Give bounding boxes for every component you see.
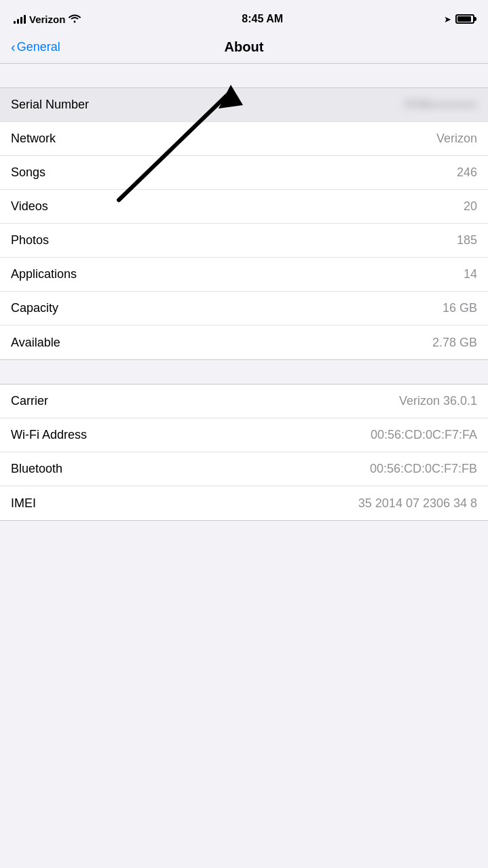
chevron-left-icon: ‹ xyxy=(11,39,16,55)
page-title: About xyxy=(225,39,264,55)
signal-icon xyxy=(14,14,26,24)
status-right: ➤ xyxy=(444,14,474,24)
table-row: Wi-Fi Address 00:56:CD:0C:F7:FA xyxy=(0,418,488,452)
row-label-network: Network xyxy=(11,132,56,146)
location-icon: ➤ xyxy=(444,14,451,24)
table-row: IMEI 35 2014 07 2306 34 8 xyxy=(0,486,488,520)
row-value-imei: 35 2014 07 2306 34 8 xyxy=(358,496,477,511)
row-value-songs: 246 xyxy=(457,165,477,180)
table-row: Network Verizon xyxy=(0,122,488,156)
table-row: Photos 185 xyxy=(0,224,488,258)
about-table-1: Serial Number FFM•••••••••••• Network Ve… xyxy=(0,87,488,360)
row-value-network: Verizon xyxy=(436,132,477,146)
status-time: 8:45 AM xyxy=(242,13,283,25)
row-label-wifi: Wi-Fi Address xyxy=(11,428,87,442)
row-label-serial: Serial Number xyxy=(11,98,89,112)
row-value-available: 2.78 GB xyxy=(432,336,477,350)
row-value-applications: 14 xyxy=(464,267,477,281)
row-value-capacity: 16 GB xyxy=(443,301,477,315)
status-left: Verizon xyxy=(14,14,81,25)
table-row: Videos 20 xyxy=(0,190,488,224)
table-row: Capacity 16 GB xyxy=(0,292,488,326)
table-row: Carrier Verizon 36.0.1 xyxy=(0,384,488,418)
row-label-available: Available xyxy=(11,336,60,350)
row-value-serial: FFM•••••••••••• xyxy=(405,98,477,112)
status-bar: Verizon 8:45 AM ➤ xyxy=(0,0,488,34)
row-label-bluetooth: Bluetooth xyxy=(11,462,62,476)
row-value-wifi: 00:56:CD:0C:F7:FA xyxy=(371,428,477,442)
about-table-2: Carrier Verizon 36.0.1 Wi-Fi Address 00:… xyxy=(0,384,488,521)
table-row: Songs 246 xyxy=(0,156,488,190)
row-value-photos: 185 xyxy=(457,233,477,248)
table-row: Bluetooth 00:56:CD:0C:F7:FB xyxy=(0,452,488,486)
carrier-text: Verizon xyxy=(29,14,65,25)
row-value-carrier: Verizon 36.0.1 xyxy=(399,394,477,408)
row-label-photos: Photos xyxy=(11,233,49,248)
section-spacer-2 xyxy=(0,360,488,384)
back-button[interactable]: ‹ General xyxy=(11,40,60,55)
row-value-bluetooth: 00:56:CD:0C:F7:FB xyxy=(370,462,477,476)
wifi-icon xyxy=(69,14,81,25)
row-label-applications: Applications xyxy=(11,267,77,281)
row-label-videos: Videos xyxy=(11,199,48,214)
row-label-imei: IMEI xyxy=(11,496,36,511)
row-value-videos: 20 xyxy=(464,199,477,214)
row-label-songs: Songs xyxy=(11,165,45,180)
table-row: Available 2.78 GB xyxy=(0,326,488,359)
back-label: General xyxy=(17,40,60,54)
row-label-capacity: Capacity xyxy=(11,301,58,315)
row-label-carrier: Carrier xyxy=(11,394,48,408)
table-row: Applications 14 xyxy=(0,258,488,292)
nav-bar: ‹ General About xyxy=(0,34,488,64)
table-row: Serial Number FFM•••••••••••• xyxy=(0,88,488,122)
battery-icon xyxy=(455,14,474,24)
section-spacer-1 xyxy=(0,64,488,87)
